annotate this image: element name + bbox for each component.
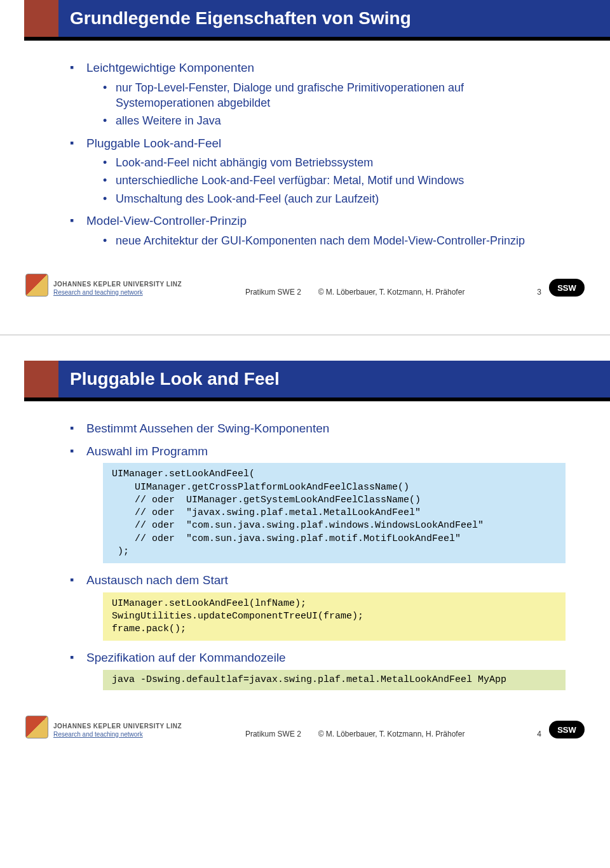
bullet-item: Spezifikation auf der Kommandozeile java… [70, 650, 566, 690]
bullet-list: Leichtgewichtige Komponenten nur Top-Lev… [70, 60, 566, 248]
slide-footer: JOHANNES KEPLER UNIVERSITY LINZ Research… [25, 716, 585, 738]
university-name: JOHANNES KEPLER UNIVERSITY LINZ [53, 281, 182, 289]
page-number: 4 [537, 730, 541, 738]
code-block-swap-after-start: UIManager.setLookAndFeel(lnfName); Swing… [103, 592, 566, 641]
slide-title: Grundlegende Eigenschaften von Swing [70, 8, 411, 29]
bullet-label: Austausch nach dem Start [86, 573, 228, 587]
university-subtitle: Research and teaching network [53, 731, 182, 739]
bullet-label: Pluggable Look-and-Feel [86, 137, 221, 150]
sub-item: Look-and-Feel nicht abhängig vom Betrieb… [103, 155, 566, 170]
sub-item: unterschiedliche Look-and-Feel verfügbar… [103, 173, 566, 188]
slide-titlebar: Grundlegende Eigenschaften von Swing [24, 0, 610, 41]
authors: © M. Löberbauer, T. Kotzmann, H. Prähofe… [318, 730, 465, 738]
footer-center: Pratikum SWE 2 © M. Löberbauer, T. Kotzm… [182, 288, 528, 297]
footer-center: Pratikum SWE 2 © M. Löberbauer, T. Kotzm… [182, 730, 528, 738]
sub-item: alles Weitere in Java [103, 113, 566, 128]
slide-title: Pluggable Look and Feel [70, 369, 280, 389]
title-bg: Pluggable Look and Feel [58, 361, 610, 401]
university-subtitle: Research and teaching network [53, 289, 182, 297]
slide-body: Leichtgewichtige Komponenten nur Top-Lev… [70, 60, 566, 248]
authors: © M. Löberbauer, T. Kotzmann, H. Prähofe… [318, 288, 465, 297]
bullet-item: Austausch nach dem Start UIManager.setLo… [70, 572, 566, 641]
slide-footer: JOHANNES KEPLER UNIVERSITY LINZ Research… [25, 274, 585, 297]
bullet-list: Bestimmt Aussehen der Swing-Komponenten … [70, 420, 566, 690]
title-accent [24, 0, 58, 41]
ssw-logo-icon: SSW [549, 721, 585, 738]
slide-1: Grundlegende Eigenschaften von Swing Lei… [0, 0, 610, 297]
university-name: JOHANNES KEPLER UNIVERSITY LINZ [53, 723, 182, 731]
university-crest-icon [25, 274, 48, 297]
university-block: JOHANNES KEPLER UNIVERSITY LINZ Research… [53, 281, 182, 297]
slide-titlebar: Pluggable Look and Feel [24, 361, 610, 401]
slide-body: Bestimmt Aussehen der Swing-Komponenten … [70, 420, 566, 690]
bullet-item: Leichtgewichtige Komponenten nur Top-Lev… [70, 60, 566, 129]
bullet-item: Model-View-Controller-Prinzip neue Archi… [70, 213, 566, 248]
sub-list: nur Top-Level-Fenster, Dialoge und grafi… [103, 80, 566, 129]
bullet-label: Leichtgewichtige Komponenten [86, 61, 254, 74]
code-block-commandline: java -Dswing.defaultlaf=javax.swing.plaf… [103, 670, 566, 690]
slide-separator [0, 335, 610, 335]
title-bg: Grundlegende Eigenschaften von Swing [58, 0, 610, 41]
bullet-item: Bestimmt Aussehen der Swing-Komponenten [70, 420, 566, 437]
sub-list: neue Architektur der GUI-Komponenten nac… [103, 233, 566, 248]
university-block: JOHANNES KEPLER UNIVERSITY LINZ Research… [53, 723, 182, 738]
bullet-label: Bestimmt Aussehen der Swing-Komponenten [86, 422, 329, 435]
code-block-setlookandfeel: UIManager.setLookAndFeel( UIManager.getC… [103, 463, 566, 563]
title-accent [24, 361, 58, 401]
slide-2: Pluggable Look and Feel Bestimmt Aussehe… [0, 361, 610, 738]
sub-item: Umschaltung des Look-and-Feel (auch zur … [103, 191, 566, 206]
course-name: Pratikum SWE 2 [245, 288, 301, 297]
bullet-label: Auswahl im Programm [86, 444, 208, 458]
page-number: 3 [537, 288, 541, 297]
bullet-item: Pluggable Look-and-Feel Look-and-Feel ni… [70, 135, 566, 207]
ssw-logo-icon: SSW [549, 279, 585, 297]
bullet-label: Spezifikation auf der Kommandozeile [86, 651, 286, 664]
sub-item: nur Top-Level-Fenster, Dialoge und grafi… [103, 80, 566, 111]
university-crest-icon [25, 716, 48, 738]
bullet-label: Model-View-Controller-Prinzip [86, 214, 247, 227]
course-name: Pratikum SWE 2 [245, 730, 301, 738]
sub-item: neue Architektur der GUI-Komponenten nac… [103, 233, 566, 248]
sub-list: Look-and-Feel nicht abhängig vom Betrieb… [103, 155, 566, 206]
bullet-item: Auswahl im Programm UIManager.setLookAnd… [70, 443, 566, 563]
